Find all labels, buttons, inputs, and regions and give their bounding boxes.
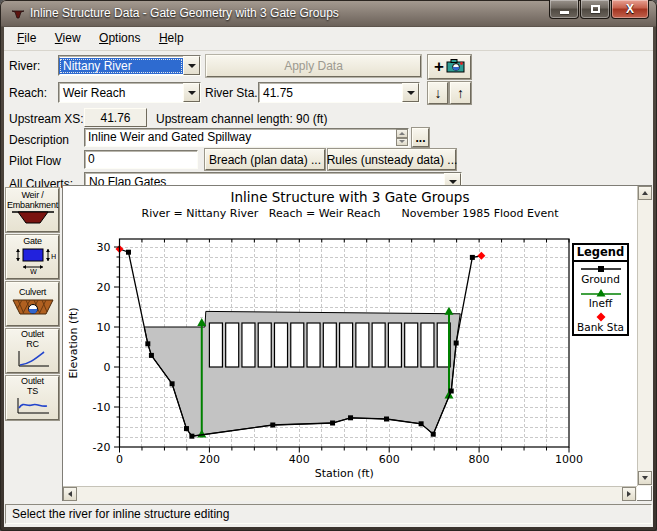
titlebar[interactable]: Inline Structure Data - Gate Geometry wi… (0, 0, 657, 27)
svg-text:200: 200 (199, 453, 220, 466)
scroll-up-icon (642, 191, 648, 195)
gate-label: Gate (23, 236, 42, 246)
legend-label-ineff: Ineff (589, 298, 612, 309)
arrow-down-icon: ↓ (435, 85, 442, 101)
pilot-flow-input[interactable] (88, 152, 194, 166)
chart-canvas: 020040060080010003020100-10-20Station (f… (63, 186, 637, 486)
scroll-down-icon (642, 476, 648, 480)
maximize-icon (591, 5, 600, 13)
upstream-xs-value: 41.76 (84, 108, 147, 127)
svg-text:-10: -10 (93, 401, 111, 414)
menu-help[interactable]: Help (152, 27, 191, 48)
outlet-ts-icon (13, 396, 53, 420)
river-combo[interactable]: Nittany River (58, 55, 201, 76)
reach-label: Reach: (9, 86, 47, 100)
outlet-rc-label1: Outlet (21, 329, 44, 339)
scroll-left-button[interactable] (63, 487, 77, 501)
apply-data-label: Apply Data (284, 59, 343, 73)
legend-item-ground: Ground (574, 262, 627, 286)
chevron-down-icon (449, 180, 457, 184)
close-icon: X (626, 2, 634, 16)
maximize-button[interactable] (580, 0, 610, 19)
svg-text:1000: 1000 (555, 453, 583, 466)
svg-text:Elevation (ft): Elevation (ft) (67, 307, 80, 378)
ellipsis-label: ... (415, 131, 425, 145)
breach-button[interactable]: Breach (plan data) ... (205, 149, 325, 170)
menu-view[interactable]: View (48, 27, 88, 48)
gate-button[interactable]: Gate H W (6, 235, 59, 279)
spinner-up-button[interactable] (396, 129, 408, 138)
client-area: File View Options Help River: Nittany Ri… (4, 27, 653, 527)
pilot-flow-label: Pilot Flow (9, 154, 61, 168)
apply-data-button: Apply Data (206, 55, 421, 77)
next-station-button[interactable]: ↓ (428, 82, 448, 104)
spinner-down-button[interactable] (396, 138, 408, 147)
chart-panel: 020040060080010003020100-10-20Station (f… (62, 185, 652, 501)
menubar: File View Options Help (4, 27, 653, 51)
legend-item-bank-sta: Bank Sta (574, 310, 627, 334)
svg-text:-20: -20 (93, 441, 111, 454)
outlet-ts-label2: TS (27, 386, 38, 396)
close-button[interactable]: X (611, 0, 649, 19)
gate-icon: H W (10, 246, 56, 278)
river-sta-label: River Sta.: (205, 86, 261, 100)
description-label: Description (9, 133, 69, 147)
rules-button[interactable]: Rules (unsteady data) ... (328, 149, 456, 170)
svg-text:Inline Structure with 3 Gate G: Inline Structure with 3 Gate Groups (231, 189, 470, 205)
description-spinner[interactable] (396, 129, 408, 146)
chart-horizontal-scrollbar[interactable] (63, 486, 637, 501)
chart-legend: Legend Ground Ineff (572, 243, 629, 336)
upstream-xs-label: Upstream XS: (9, 112, 84, 126)
scroll-right-button[interactable] (622, 487, 636, 501)
menu-file[interactable]: File (10, 27, 43, 48)
minimize-icon (560, 11, 569, 14)
svg-text:Station (ft): Station (ft) (315, 467, 374, 480)
outlet-ts-button[interactable]: Outlet TS (6, 376, 59, 420)
previous-station-button[interactable]: ↑ (450, 82, 471, 104)
river-label: River: (9, 59, 40, 73)
weir-embankment-button[interactable]: Weir / Embankment (6, 188, 59, 232)
culvert-icon (10, 297, 56, 321)
spinner-up-icon (399, 132, 405, 135)
river-sta-combo[interactable]: 41.75 (258, 82, 420, 103)
svg-text:River = Nittany River Reach: River = Nittany River Reach = Weir Reach… (142, 207, 560, 220)
outlet-rc-icon (13, 349, 53, 373)
river-combo-arrow[interactable] (183, 56, 200, 75)
menu-options[interactable]: Options (92, 27, 147, 48)
reach-combo-arrow[interactable] (183, 83, 200, 102)
scroll-down-button[interactable] (638, 471, 652, 485)
svg-text:10: 10 (97, 321, 111, 334)
scroll-up-button[interactable] (638, 186, 652, 200)
scroll-left-icon (68, 491, 72, 497)
legend-label-bank-sta: Bank Sta (577, 322, 624, 333)
description-input[interactable] (88, 130, 395, 144)
legend-item-ineff: Ineff (574, 286, 627, 310)
legend-title: Legend (574, 245, 627, 262)
culvert-button[interactable]: Culvert (6, 282, 59, 326)
outlet-rc-button[interactable]: Outlet RC (6, 329, 59, 373)
reach-combo-value: Weir Reach (59, 85, 183, 101)
reach-combo[interactable]: Weir Reach (58, 82, 201, 103)
minimize-button[interactable] (549, 0, 579, 19)
svg-text:600: 600 (379, 453, 400, 466)
window: Inline Structure Data - Gate Geometry wi… (0, 0, 657, 531)
statusbar: Select the river for inline structure ed… (5, 504, 652, 524)
scroll-right-icon (627, 491, 631, 497)
legend-label-ground: Ground (581, 274, 620, 285)
arrow-up-icon: ↑ (457, 85, 464, 101)
camera-plus-button[interactable]: + (428, 55, 471, 79)
description-field[interactable] (84, 128, 409, 147)
pilot-flow-field[interactable] (84, 150, 198, 169)
weir-embankment-label2: Embankment (7, 200, 58, 210)
river-sta-combo-value: 41.75 (259, 85, 402, 101)
culvert-label: Culvert (19, 287, 46, 297)
chart-vertical-scrollbar[interactable] (637, 186, 652, 486)
description-ellipsis-button[interactable]: ... (412, 128, 429, 147)
rules-button-label: Rules (unsteady data) ... (327, 153, 458, 167)
svg-text:20: 20 (97, 281, 111, 294)
svg-text:800: 800 (469, 453, 490, 466)
chevron-down-icon (188, 64, 196, 68)
upstream-length-label: Upstream channel length: 90 (ft) (156, 112, 327, 126)
svg-text:H: H (51, 253, 56, 261)
river-sta-combo-arrow[interactable] (402, 83, 419, 102)
